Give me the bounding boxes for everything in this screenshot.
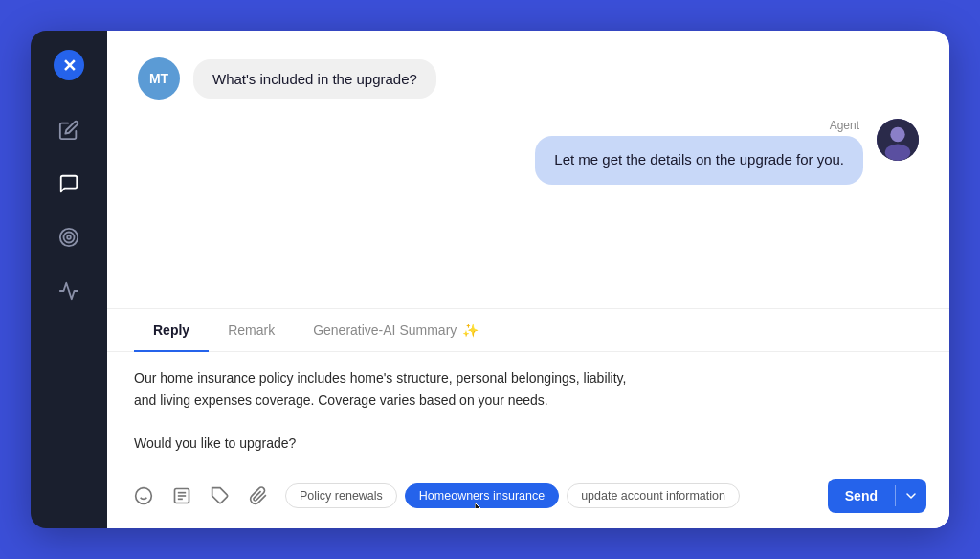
sidebar: ✕ [31, 31, 107, 528]
user-message-row: MT What's included in the upgrade? [138, 57, 919, 100]
svg-point-3 [64, 233, 75, 243]
tab-remark[interactable]: Remark [209, 309, 294, 351]
label-button[interactable] [207, 482, 234, 509]
agent-avatar-image [877, 119, 919, 161]
tab-reply[interactable]: Reply [134, 309, 209, 351]
suggestion-tags: Policy renewals Homeowners insurance upd… [285, 483, 814, 508]
sparkle-tab-icon: ✨ [462, 323, 479, 338]
agent-label: Agent [830, 119, 859, 132]
toolbar-icons [130, 482, 272, 509]
sidebar-logo[interactable]: ✕ [52, 48, 86, 82]
svg-point-4 [67, 235, 71, 239]
tag-policy-renewals[interactable]: Policy renewals [285, 483, 397, 508]
user-message-bubble: What's included in the upgrade? [193, 59, 436, 99]
reply-text-area[interactable]: Our home insurance policy includes home'… [107, 352, 949, 469]
reply-text-content: Our home insurance policy includes home'… [134, 368, 923, 454]
tabs-row: Reply Remark Generative-AI Summary ✨ [107, 309, 949, 352]
toolbar-row: Policy renewals Homeowners insurance upd… [107, 469, 949, 528]
send-dropdown-button[interactable] [896, 481, 926, 511]
reply-panel: Reply Remark Generative-AI Summary ✨ Our… [107, 308, 949, 528]
send-button[interactable]: Send [828, 479, 895, 513]
svg-point-8 [136, 488, 152, 504]
cursor-indicator [475, 503, 490, 508]
tag-homeowners-wrapper: Homeowners insurance [405, 483, 559, 508]
ai-nav-icon[interactable] [56, 278, 82, 304]
svg-point-7 [885, 144, 910, 161]
svg-point-6 [890, 127, 904, 142]
tag-update-account[interactable]: update account information [567, 483, 740, 508]
attachment-button[interactable] [245, 482, 272, 509]
user-avatar: MT [138, 57, 180, 100]
chat-nav-icon[interactable] [56, 170, 82, 197]
send-button-group: Send [828, 479, 926, 513]
chat-area: MT What's included in the upgrade? Agent… [107, 31, 949, 308]
agent-message-bubble: Let me get the details on the upgrade fo… [535, 136, 863, 185]
tab-ai-summary[interactable]: Generative-AI Summary ✨ [294, 309, 498, 351]
svg-marker-16 [475, 503, 485, 508]
agent-info: Agent Let me get the details on the upgr… [535, 119, 863, 185]
svg-text:✕: ✕ [62, 56, 77, 76]
target-nav-icon[interactable] [56, 224, 82, 251]
document-button[interactable] [168, 482, 195, 509]
app-window: ✕ [31, 31, 949, 528]
edit-nav-icon[interactable] [56, 117, 82, 144]
agent-message-row: Agent Let me get the details on the upgr… [138, 119, 919, 185]
agent-avatar [877, 119, 919, 161]
main-content: MT What's included in the upgrade? Agent… [107, 31, 949, 528]
emoji-button[interactable] [130, 482, 157, 509]
